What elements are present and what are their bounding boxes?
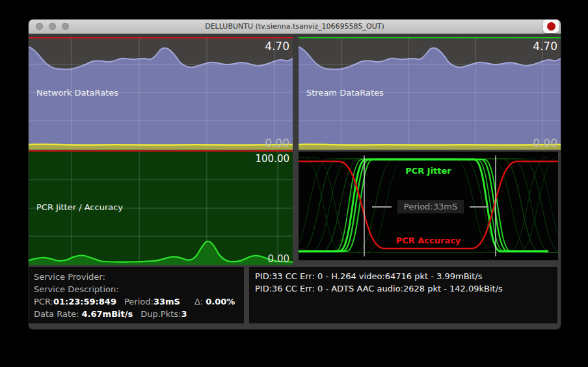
record-indicator-button[interactable] <box>543 20 559 33</box>
pcr-ymax-label: 100.00 <box>256 153 290 165</box>
pcr-value: 01:23:59:849 <box>53 297 116 306</box>
data-rate-value: 4.67mBit/s <box>82 309 133 319</box>
pcr-jitter-label: PCR Jitter <box>299 166 558 176</box>
service-provider-line: Service Provider: <box>34 271 244 283</box>
stream-ymin-label: 0.00 <box>533 137 557 150</box>
record-dot-icon <box>547 22 555 31</box>
pid-status-panel: PID:33 CC Err: 0 - H.264 video:64716 pkt… <box>249 267 557 323</box>
pid-line-video: PID:33 CC Err: 0 - H.264 video:64716 pkt… <box>255 270 557 282</box>
pcr-jitter-accuracy-panel: PCR Jitter / Accuracy 100.00 0.00 <box>29 150 293 265</box>
pcr-accuracy-label: PCR Accuracy <box>299 236 558 245</box>
delta-value: 0.00% <box>206 297 235 306</box>
service-description-label: Service Description: <box>34 284 119 294</box>
pcr-label: PCR: <box>34 297 53 306</box>
window-title: DELLUBUNTU (tv.sienna.tsanviz_106695585_… <box>29 20 561 33</box>
datarate-status-line: Data Rate: 4.67mBit/sDup.Pkts:3 <box>34 308 244 320</box>
pid-line-audio: PID:36 CC Err: 0 - ADTS AAC audio:2628 p… <box>255 282 557 295</box>
stream-datarates-title: Stream DataRates <box>306 88 384 98</box>
network-datarates-panel: Network DataRates 4.70 0.00 <box>29 37 293 150</box>
service-description-line: Service Description: <box>34 283 244 295</box>
period-annotation: Period:33mS <box>397 200 464 213</box>
dup-pkts-label: Dup.Pkts: <box>140 309 181 319</box>
title-bar[interactable]: DELLUBUNTU (tv.sienna.tsanviz_106695585_… <box>29 20 561 34</box>
service-provider-label: Service Provider: <box>34 272 105 282</box>
pcr-status-line: PCR:01:23:59:849Period:33mSΔ: 0.00% <box>34 295 244 308</box>
network-ymax-label: 4.70 <box>265 40 289 53</box>
app-window: DELLUBUNTU (tv.sienna.tsanviz_106695585_… <box>29 20 561 329</box>
stream-datarates-panel: Stream DataRates 4.70 0.00 <box>299 37 561 150</box>
pcr-jitter-accuracy-title: PCR Jitter / Accuracy <box>36 202 123 212</box>
period-label: Period: <box>124 297 154 306</box>
delta-label: Δ: <box>194 297 203 306</box>
service-status-panel: Service Provider: Service Description: P… <box>29 267 244 323</box>
pcr-eye-diagram-panel: PCR Jitter Period:33mS PCR Accuracy <box>299 152 558 260</box>
desktop-background: DELLUBUNTU (tv.sienna.tsanviz_106695585_… <box>0 0 588 367</box>
network-ymin-label: 0.00 <box>265 137 289 150</box>
data-rate-label: Data Rate: <box>34 309 79 319</box>
network-datarates-title: Network DataRates <box>36 88 118 98</box>
pcr-ymin-label: 0.00 <box>268 253 289 265</box>
period-value: 33mS <box>154 297 180 306</box>
dup-pkts-value: 3 <box>181 309 187 319</box>
stream-ymax-label: 4.70 <box>533 40 557 53</box>
